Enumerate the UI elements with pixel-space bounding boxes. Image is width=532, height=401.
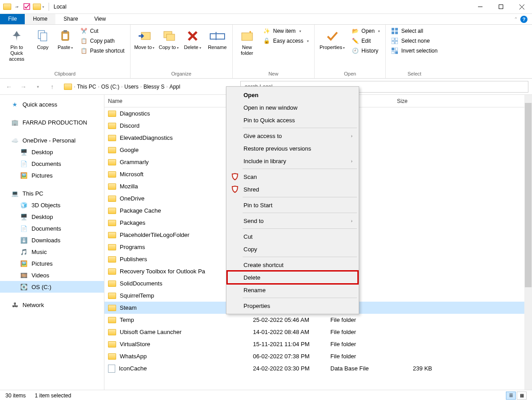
paste-shortcut-button[interactable]: 📋Paste shortcut (77, 46, 127, 55)
pin-to-quick-access-button[interactable]: Pin to Quick access (3, 27, 31, 64)
file-row[interactable]: Ubisoft Game Launcher14-01-2022 08:48 AM… (104, 326, 532, 338)
file-row[interactable]: WhatsApp06-02-2022 07:38 PMFile folder (104, 350, 532, 362)
cm-rename[interactable]: Rename (227, 284, 358, 296)
nav-up-button[interactable]: ↑ (47, 81, 58, 92)
delete-button[interactable]: Delete▾ (182, 27, 203, 52)
properties-checkbox-icon[interactable] (23, 2, 32, 11)
tab-view[interactable]: View (86, 14, 114, 24)
cm-create-shortcut[interactable]: Create shortcut (227, 258, 358, 271)
tab-home[interactable]: Home (25, 14, 55, 24)
new-folder-button[interactable]: New folder (235, 27, 259, 58)
breadcrumb-item[interactable]: Appl (169, 84, 180, 90)
navpane-od-desktop[interactable]: 🖥️Desktop (0, 146, 104, 158)
paste-button[interactable]: Paste▾ (55, 27, 76, 52)
chevron-right-icon[interactable]: › (74, 85, 75, 89)
cm-scan[interactable]: Scan (227, 170, 358, 183)
maximize-button[interactable] (491, 0, 511, 14)
nav-recent-dropdown[interactable]: ▾ (32, 81, 43, 92)
history-button[interactable]: 🕘History (349, 46, 383, 55)
ribbon-group-select: Select all Select none Invert selection … (386, 25, 443, 78)
breadcrumb-item[interactable]: This PC› (77, 84, 99, 90)
edit-button[interactable]: ✏️Edit (349, 36, 383, 45)
tab-share[interactable]: Share (55, 14, 86, 24)
pictures-icon: 🖼️ (20, 259, 28, 267)
easy-access-button[interactable]: 🔓Easy access▾ (261, 36, 311, 45)
copy-button[interactable]: Copy (32, 27, 53, 52)
breadcrumb-item[interactable]: Users› (124, 84, 141, 90)
navpane-music[interactable]: 🎵Music (0, 246, 104, 258)
cm-restore-versions[interactable]: Restore previous versions (227, 142, 358, 155)
shortcut-icon: 📋 (80, 47, 87, 54)
building-icon: 🏢 (11, 118, 19, 126)
cm-send-to[interactable]: Send to› (227, 214, 358, 227)
cm-delete[interactable]: Delete (227, 271, 358, 284)
rename-button[interactable]: Rename (205, 27, 230, 52)
navpane-pictures[interactable]: 🖼️Pictures (0, 258, 104, 269)
copy-path-button[interactable]: 📋Copy path (77, 36, 127, 45)
edit-icon: ✏️ (352, 37, 359, 45)
collapse-ribbon-icon[interactable]: ⌃ (514, 17, 518, 22)
invert-selection-button[interactable]: Invert selection (388, 46, 440, 55)
navpane-farrad[interactable]: 🏢FARRAD PRODUCTION (0, 116, 104, 128)
copy-to-button[interactable]: Copy to▾ (158, 27, 180, 52)
cm-pin-start[interactable]: Pin to Start (227, 199, 358, 211)
cm-open-new-window[interactable]: Open in new window (227, 101, 358, 114)
desktop-icon: 🖥️ (20, 148, 28, 156)
cut-button[interactable]: ✂️Cut (77, 27, 127, 36)
new-item-button[interactable]: ✨New item▾ (261, 27, 311, 36)
file-name: WhatsApp (120, 353, 147, 360)
navpane-thispc[interactable]: 💻This PC (0, 187, 104, 199)
help-icon[interactable]: ? (520, 16, 527, 23)
open-button[interactable]: 📂Open▾ (349, 27, 383, 36)
breadcrumb[interactable]: › This PC› OS (C:)› Users› Blessy S› App… (61, 81, 183, 93)
navpane-downloads[interactable]: ⬇️Downloads (0, 234, 104, 246)
folder-icon (108, 220, 116, 226)
navpane-desktop[interactable]: 🖥️Desktop (0, 211, 104, 223)
navpane-documents[interactable]: 📄Documents (0, 223, 104, 234)
cm-properties[interactable]: Properties (227, 299, 358, 312)
navpane-quick-access[interactable]: ★Quick access (0, 98, 104, 110)
view-large-icons-button[interactable]: ▦ (517, 392, 527, 400)
breadcrumb-item[interactable]: Blessy S› (144, 84, 168, 90)
navpane-osdrive[interactable]: 💽OS (C:) (0, 281, 104, 293)
nav-forward-button[interactable]: → (18, 81, 29, 92)
cm-copy[interactable]: Copy (227, 243, 358, 255)
chevron-right-icon: › (351, 134, 352, 138)
move-to-button[interactable]: Move to▾ (133, 27, 156, 52)
scrollbar-thumb[interactable] (525, 103, 532, 287)
navpane-network[interactable]: 🖧Network (0, 299, 104, 311)
checkmark-icon (318, 28, 346, 44)
view-details-button[interactable]: ☰ (506, 392, 516, 400)
file-tab[interactable]: File (0, 14, 25, 24)
file-date: 24-02-2022 03:30 PM (249, 365, 327, 372)
select-none-button[interactable]: Select none (388, 36, 440, 45)
column-size[interactable]: Size (393, 98, 438, 104)
path-icon: 📋 (80, 37, 87, 45)
minimize-button[interactable] (470, 0, 491, 14)
navpane-od-pictures[interactable]: 🖼️Pictures (0, 169, 104, 181)
file-row[interactable]: VirtualStore15-11-2021 11:04 PMFile fold… (104, 338, 532, 350)
scrollbar[interactable] (524, 95, 532, 390)
cm-cut[interactable]: Cut (227, 230, 358, 243)
cm-give-access[interactable]: Give access to› (227, 129, 358, 142)
file-name: IconCache (119, 365, 147, 372)
select-all-button[interactable]: Select all (388, 27, 440, 36)
cm-include-library[interactable]: Include in library› (227, 155, 358, 167)
properties-button[interactable]: Properties▾ (317, 27, 347, 52)
file-row[interactable]: Temp25-02-2022 05:46 AMFile folder (104, 314, 532, 326)
navpane-od-documents[interactable]: 📄Documents (0, 158, 104, 169)
cm-open[interactable]: Open (227, 89, 358, 101)
navpane-3dobjects[interactable]: 🧊3D Objects (0, 199, 104, 211)
chevron-down-icon[interactable]: ▾ (42, 5, 44, 9)
cm-pin-quick-access[interactable]: Pin to Quick access (227, 114, 358, 126)
svg-rect-15 (210, 34, 225, 39)
status-selected-count: 1 item selected (35, 392, 71, 399)
breadcrumb-item[interactable]: OS (C:)› (101, 84, 123, 90)
cm-shred[interactable]: Shred (227, 183, 358, 196)
nav-back-button[interactable]: ← (4, 81, 14, 92)
navpane-videos[interactable]: 🎞️Videos (0, 269, 104, 281)
close-button[interactable] (511, 0, 532, 14)
qat-dropdown-icon[interactable]: ▪▾ (13, 2, 22, 11)
navpane-onedrive[interactable]: ☁️OneDrive - Personal (0, 134, 104, 146)
file-row[interactable]: IconCache24-02-2022 03:30 PMData Base Fi… (104, 362, 532, 374)
